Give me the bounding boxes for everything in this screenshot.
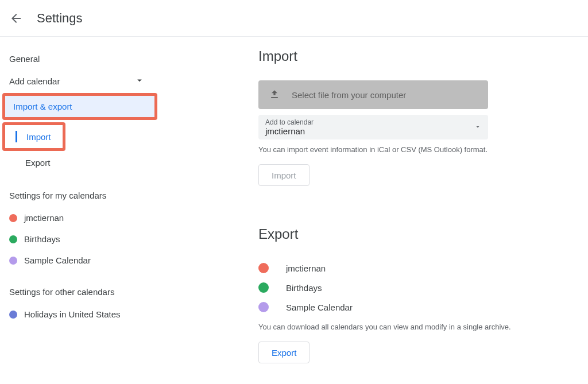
sidebar: General Add calendar Import & export Imp… — [0, 48, 155, 363]
dropdown-caret-icon — [474, 122, 481, 133]
export-helper-text: You can download all calendars you can v… — [258, 323, 565, 331]
color-dot — [9, 311, 17, 319]
active-indicator — [16, 131, 17, 142]
back-arrow-icon[interactable] — [9, 11, 23, 25]
chevron-down-icon — [134, 75, 145, 87]
upload-icon — [269, 88, 280, 102]
sidebar-item-label: Add calendar — [9, 76, 60, 86]
dropdown-value: jmctiernan — [265, 126, 481, 136]
calendar-label: jmctiernan — [24, 213, 64, 223]
add-to-calendar-dropdown[interactable]: Add to calendar jmctiernan — [258, 115, 488, 139]
color-dot — [258, 302, 269, 312]
sidebar-calendar-birthdays[interactable]: Birthdays — [8, 228, 155, 250]
sidebar-subitem-export[interactable]: Export — [8, 151, 155, 174]
calendar-label: jmctiernan — [286, 263, 326, 273]
sidebar-calendar-holidays-us[interactable]: Holidays in United States — [8, 304, 155, 325]
header: Settings — [0, 0, 588, 37]
annotation-highlight-import: Import — [2, 122, 65, 151]
sidebar-subitem-import[interactable]: Import — [26, 132, 51, 142]
export-button[interactable]: Export — [258, 342, 310, 363]
sidebar-section-my-calendars: Settings for my calendars — [8, 174, 155, 207]
sidebar-calendar-sample[interactable]: Sample Calendar — [8, 250, 155, 271]
main-layout: General Add calendar Import & export Imp… — [0, 37, 588, 363]
color-dot — [258, 263, 269, 273]
calendar-label: Birthdays — [24, 234, 60, 244]
calendar-label: Holidays in United States — [24, 309, 121, 319]
select-file-button[interactable]: Select file from your computer — [258, 80, 488, 109]
color-dot — [258, 282, 269, 293]
color-dot — [9, 257, 17, 265]
import-button[interactable]: Import — [258, 164, 310, 186]
sidebar-item-label: General — [9, 54, 40, 64]
select-file-label: Select file from your computer — [292, 90, 406, 100]
color-dot — [9, 214, 17, 222]
export-calendar-row: jmctiernan — [258, 258, 565, 278]
export-calendar-row: Sample Calendar — [258, 297, 565, 317]
color-dot — [9, 235, 17, 243]
dropdown-label: Add to calendar — [265, 118, 481, 126]
sidebar-item-import-export[interactable]: Import & export — [5, 96, 154, 117]
content: Import Select file from your computer Ad… — [155, 48, 588, 363]
sidebar-item-add-calendar[interactable]: Add calendar — [8, 69, 155, 93]
sidebar-item-general[interactable]: General — [8, 48, 155, 69]
calendar-label: Birthdays — [286, 283, 322, 293]
import-helper-text: You can import event information in iCal… — [258, 145, 565, 154]
calendar-label: Sample Calendar — [286, 302, 353, 312]
annotation-highlight-import-export: Import & export — [2, 93, 157, 120]
sidebar-item-label: Import & export — [13, 102, 72, 111]
export-section-title: Export — [258, 226, 565, 242]
calendar-label: Sample Calendar — [24, 255, 91, 265]
export-calendar-list: jmctiernan Birthdays Sample Calendar — [258, 258, 565, 317]
sidebar-section-other-calendars: Settings for other calendars — [8, 271, 155, 304]
page-title: Settings — [37, 11, 83, 26]
sidebar-calendar-jmctiernan[interactable]: jmctiernan — [8, 207, 155, 228]
export-calendar-row: Birthdays — [258, 278, 565, 297]
import-section-title: Import — [258, 48, 565, 64]
